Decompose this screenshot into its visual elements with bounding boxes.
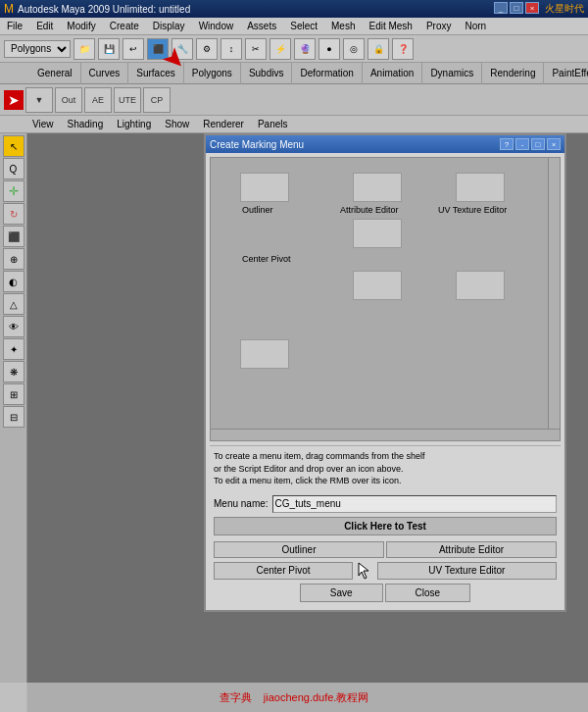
marking-grid[interactable]: Outliner Attribute Editor UV Texture Edi… [210,157,561,441]
logo-text: 火星时代 [545,2,584,16]
grid-slot-top-center[interactable] [353,173,402,202]
panel-show[interactable]: Show [162,119,192,129]
tab-dynamics[interactable]: Dynamics [422,63,482,84]
tab-curves[interactable]: Curves [81,63,129,84]
tool-lasso[interactable]: Q [3,158,24,179]
viewport[interactable]: Create Marking Menu ? - □ × Outliner Att… [27,133,588,712]
grid-scrollbar-horizontal[interactable] [211,429,560,440]
panel-menu: View Shading Lighting Show Renderer Pane… [0,116,588,133]
tab-painteffects[interactable]: PaintEffects [544,63,588,84]
tool-render[interactable]: ✦ [3,338,24,360]
tool-move[interactable]: ✛ [3,180,24,202]
grid-slot-mid-right[interactable] [456,271,505,300]
close-button[interactable]: × [525,2,539,14]
center-pivot-button[interactable]: Center Pivot [214,562,353,580]
toolbar-btn-11[interactable]: ● [318,38,340,60]
shelf-cp[interactable]: CP [143,87,171,113]
grid-slot-bottom-left[interactable] [240,339,289,369]
maya-logo-icon: M [4,2,14,16]
menu-edit-mesh[interactable]: Edit Mesh [366,21,415,31]
minimize-button[interactable]: _ [494,2,508,14]
close-button[interactable]: Close [385,584,471,602]
tool-soft-select[interactable]: ◐ [3,271,24,292]
panel-lighting[interactable]: Lighting [114,119,154,129]
attribute-editor-button[interactable]: Attribute Editor [386,541,557,558]
shelf-down-icon[interactable]: ▼ [25,87,53,113]
polygon-select[interactable]: Polygons [4,40,71,58]
dialog-maximize-button[interactable]: □ [531,138,545,150]
menu-mesh[interactable]: Mesh [328,21,358,31]
toolbar-btn-2[interactable]: 💾 [98,38,120,60]
watermark-site: jiaocheng.dufe.教程网 [264,691,369,703]
outliner-button[interactable]: Outliner [214,541,384,558]
tab-subdivs[interactable]: Subdivs [241,63,293,84]
toolbar-btn-4[interactable]: ⬛ [147,38,169,60]
shelf-ute[interactable]: UTE [114,87,141,113]
tool-snap-grid[interactable]: ⊞ [3,383,24,405]
panel-panels[interactable]: Panels [255,119,291,129]
tab-animation[interactable]: Animation [363,63,422,84]
tool-universal[interactable]: ⊕ [3,248,24,270]
dialog-minimize-button[interactable]: - [515,138,529,150]
panel-view[interactable]: View [29,119,57,129]
toolbar-btn-6[interactable]: ⚙ [196,38,218,60]
dialog-help-button[interactable]: ? [500,138,514,150]
grid-slot-top-left[interactable] [240,173,289,202]
shelf-arrow-icon: ➤ [4,90,24,110]
save-button[interactable]: Save [300,584,383,602]
tab-deformation[interactable]: Deformation [292,63,362,84]
dialog-title-bar[interactable]: Create Marking Menu ? - □ × [206,135,564,153]
menu-norn[interactable]: Norn [463,21,490,31]
tool-ipr[interactable]: ❋ [3,361,24,382]
instructions-text: To create a menu item, drag commands fro… [210,445,561,491]
grid-slot-center-pivot[interactable] [353,219,402,248]
menu-modify[interactable]: Modify [64,21,98,31]
toolbar-btn-1[interactable]: 📁 [74,38,95,60]
tab-general[interactable]: General [29,63,81,84]
click-here-test-button[interactable]: Click Here to Test [214,517,557,535]
tab-polygons[interactable]: Polygons [184,63,241,84]
tool-show-hide[interactable]: 👁 [3,316,24,337]
tool-rotate[interactable]: ↻ [3,203,24,225]
grid-scrollbar-vertical[interactable] [548,158,560,440]
tool-snap-curve[interactable]: ⊟ [3,406,24,428]
toolbar-btn-10[interactable]: 🔮 [294,38,316,60]
tool-sculpt[interactable]: △ [3,293,24,315]
menu-create[interactable]: Create [107,21,142,31]
menu-name-input[interactable] [272,495,557,513]
dialog-close-button[interactable]: × [547,138,561,150]
toolbar-btn-13[interactable]: 🔒 [368,38,389,60]
tool-scale[interactable]: ⬛ [3,226,24,247]
shelf-out[interactable]: Out [55,87,82,113]
uv-texture-editor-button[interactable]: UV Texture Editor [377,562,557,580]
toolbar-btn-9[interactable]: ⚡ [270,38,291,60]
dialog-title-text: Create Marking Menu [210,139,304,150]
menu-file[interactable]: File [4,21,25,31]
tool-select[interactable]: ↖ [3,135,24,157]
toolbar-btn-3[interactable]: ↩ [122,38,144,60]
tab-surfaces[interactable]: Surfaces [128,63,183,84]
toolbar-btn-14[interactable]: ❓ [392,38,414,60]
menu-edit[interactable]: Edit [33,21,56,31]
toolbar-btn-7[interactable]: ↕ [220,38,242,60]
panel-shading[interactable]: Shading [65,119,107,129]
create-marking-menu-dialog: Create Marking Menu ? - □ × Outliner Att… [204,133,566,612]
dialog-content: Outliner Attribute Editor UV Texture Edi… [206,153,564,610]
panel-renderer[interactable]: Renderer [200,119,247,129]
toolbar-btn-12[interactable]: ◎ [343,38,365,60]
grid-slot-top-right[interactable] [456,173,505,202]
menu-display[interactable]: Display [150,21,188,31]
tab-rendering[interactable]: Rendering [482,63,544,84]
instruction-line-3: To edit a menu item, click the RMB over … [214,475,557,487]
toolbar-btn-5[interactable]: 🔧 [172,38,193,60]
menu-assets[interactable]: Assets [244,21,279,31]
menu-name-label: Menu name: [214,498,269,509]
maximize-button[interactable]: □ [510,2,523,14]
save-close-row: Save Close [210,582,561,606]
menu-select[interactable]: Select [287,21,320,31]
toolbar-btn-8[interactable]: ✂ [245,38,267,60]
menu-window[interactable]: Window [196,21,237,31]
shelf-ae[interactable]: AE [84,87,112,113]
menu-proxy[interactable]: Proxy [423,21,455,31]
grid-slot-mid-center[interactable] [353,271,402,300]
